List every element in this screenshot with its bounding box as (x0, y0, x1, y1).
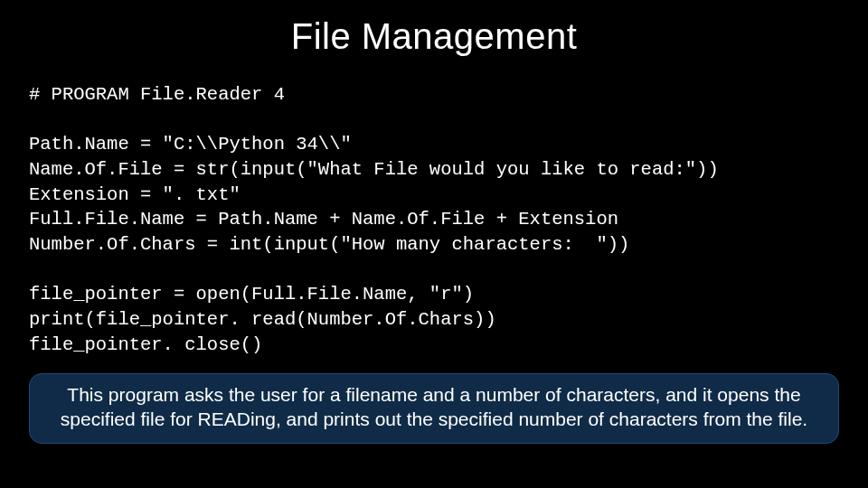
explanation-callout: This program asks the user for a filenam… (29, 373, 839, 444)
code-block: # PROGRAM File.Reader 4 Path.Name = "C:\… (29, 82, 839, 357)
page-title: File Management (29, 16, 839, 57)
slide: File Management # PROGRAM File.Reader 4 … (0, 0, 868, 488)
